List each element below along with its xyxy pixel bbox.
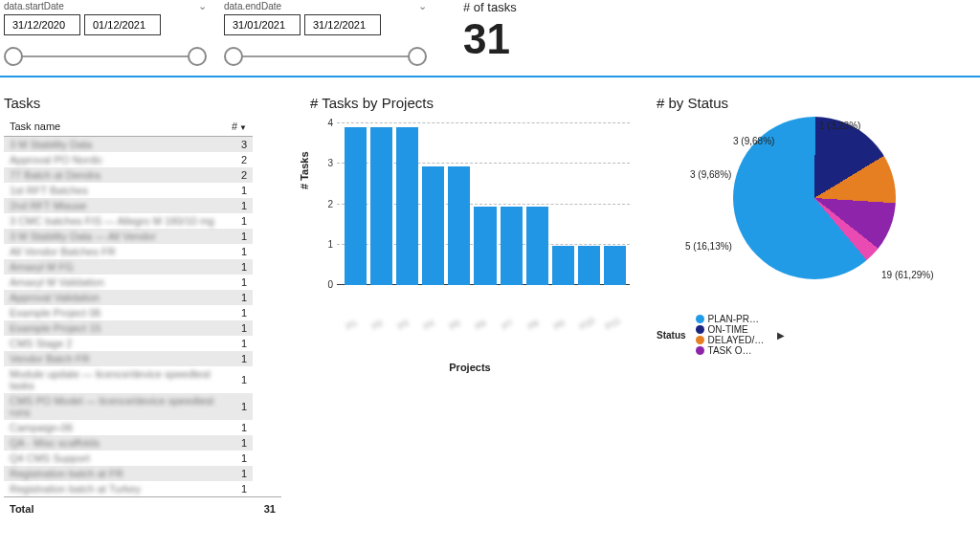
pie-data-label: 1 (3,23%): [819, 121, 860, 131]
task-count-cell: 1: [224, 229, 253, 244]
task-name-cell: Vendor Batch FR: [4, 351, 224, 366]
table-row[interactable]: Approval PO Nordic2: [4, 152, 253, 167]
bar[interactable]: [604, 246, 626, 285]
task-count-cell: 1: [224, 198, 253, 213]
pie-legend: Status PLAN-PR…ON-TIMEDELAYED/…TASK O… ▶: [657, 314, 976, 356]
legend-item[interactable]: PLAN-PR…: [696, 314, 765, 324]
task-count-cell: 1: [224, 420, 253, 435]
legend-label: DELAYED/…: [708, 335, 765, 345]
bar[interactable]: [448, 166, 470, 285]
table-row[interactable]: Q4 CMS Support1: [4, 451, 253, 466]
start-date-slider[interactable]: [4, 47, 207, 66]
table-row[interactable]: All Vendor Batches FR1: [4, 244, 253, 259]
x-tick-label: P3: [396, 312, 420, 331]
task-name-cell: Example Project 06: [4, 305, 224, 320]
legend-title: Status: [657, 330, 686, 341]
table-row[interactable]: 3 M Stability Data3: [4, 137, 253, 152]
bar[interactable]: [578, 246, 600, 285]
table-row[interactable]: Approval Validation1: [4, 290, 253, 305]
table-row[interactable]: Example Project 151: [4, 320, 253, 336]
pie-data-label: 3 (9,68%): [733, 136, 774, 146]
legend-next-icon[interactable]: ▶: [773, 328, 789, 342]
legend-swatch-icon: [696, 346, 704, 355]
task-count-cell: 1: [224, 183, 253, 198]
slider-thumb-left[interactable]: [224, 47, 243, 66]
x-tick-label: P11: [604, 312, 628, 331]
table-row[interactable]: CMS Stage 21: [4, 336, 253, 351]
bar[interactable]: [345, 127, 367, 285]
bar[interactable]: [501, 207, 523, 286]
table-row[interactable]: 3 CMC batches FIS — Allegro M 180/10 mg1: [4, 213, 253, 229]
table-row[interactable]: Vendor Batch FR1: [4, 351, 253, 366]
legend-label: PLAN-PR…: [708, 314, 759, 324]
end-date-slider[interactable]: [224, 47, 427, 66]
task-count-cell: 2: [224, 152, 253, 167]
table-row[interactable]: 1st RFT Batches1: [4, 183, 253, 198]
table-row[interactable]: Amaxyl M FG1: [4, 259, 253, 275]
table-row[interactable]: 77 Batch at Dendra2: [4, 167, 253, 183]
col-task-name[interactable]: Task name: [4, 117, 224, 137]
pie-chart-panel: # by Status 19 (61,29%)5 (16,13%)3 (9,68…: [657, 95, 976, 532]
table-row[interactable]: Example Project 061: [4, 305, 253, 320]
kpi-value: 31: [463, 18, 517, 60]
task-name-cell: All Vendor Batches FR: [4, 244, 224, 259]
task-count-cell: 1: [224, 305, 253, 320]
task-name-cell: Example Project 15: [4, 320, 224, 336]
bar[interactable]: [474, 207, 496, 286]
table-row[interactable]: CMS PO Model — licence/device speedtest …: [4, 393, 253, 420]
table-row[interactable]: QA - Misc scaffolds1: [4, 435, 253, 451]
table-row[interactable]: 3 M Stability Data — All Vendor1: [4, 229, 253, 244]
task-name-cell: 2nd RFT Misuse: [4, 198, 224, 213]
task-name-cell: 3 M Stability Data: [4, 137, 224, 152]
slider-thumb-right[interactable]: [408, 47, 427, 66]
bar[interactable]: [396, 127, 418, 285]
task-name-cell: Registration batch at FR: [4, 466, 224, 481]
legend-label: TASK O…: [708, 345, 752, 356]
task-name-cell: 1st RFT Batches: [4, 183, 224, 198]
task-name-cell: CMS PO Model — licence/device speedtest …: [4, 393, 224, 420]
pie-data-label: 5 (16,13%): [685, 241, 732, 252]
bar[interactable]: [552, 246, 574, 285]
table-row[interactable]: 2nd RFT Misuse1: [4, 198, 253, 213]
slider-track: [234, 55, 417, 57]
task-count-cell: 1: [224, 435, 253, 451]
task-name-cell: CMS Stage 2: [4, 336, 224, 351]
task-name-cell: 77 Batch at Dendra: [4, 167, 224, 183]
table-row[interactable]: Campaign-061: [4, 420, 253, 435]
bar-chart[interactable]: # Tasks 01234 P1P2P3P4P5P6P7P8P9P10P11: [337, 122, 630, 314]
task-name-cell: Registration batch at Turkey: [4, 481, 224, 496]
start-date-from-input[interactable]: [4, 14, 80, 35]
total-label: Total: [4, 497, 253, 521]
bar-chart-title: # Tasks by Projects: [310, 95, 630, 111]
bar-ylabel: # Tasks: [299, 151, 310, 189]
bar[interactable]: [526, 207, 548, 286]
end-date-from-input[interactable]: [224, 14, 301, 35]
table-row[interactable]: Module update — licence/device speedtest…: [4, 366, 253, 393]
task-count-cell: 1: [224, 213, 253, 229]
legend-swatch-icon: [696, 336, 704, 344]
legend-item[interactable]: ON-TIME: [696, 324, 765, 335]
start-date-to-input[interactable]: [84, 14, 161, 35]
legend-item[interactable]: DELAYED/…: [696, 335, 765, 345]
table-row[interactable]: Amaxyl M Validation1: [4, 275, 253, 290]
table-row[interactable]: Registration batch at Turkey1: [4, 481, 253, 496]
chevron-down-icon[interactable]: ⌄: [418, 0, 427, 12]
total-value: 31: [253, 497, 281, 521]
y-tick-label: 1: [320, 238, 333, 249]
table-row[interactable]: Registration batch at FR1: [4, 466, 253, 481]
legend-item[interactable]: TASK O…: [696, 345, 765, 356]
end-date-filter: data.endDate ⌄: [224, 0, 427, 66]
end-date-to-input[interactable]: [304, 14, 381, 35]
x-tick-label: P6: [474, 312, 498, 331]
bar[interactable]: [370, 127, 392, 285]
task-count-cell: 1: [224, 244, 253, 259]
chevron-down-icon[interactable]: ⌄: [198, 0, 207, 12]
col-count[interactable]: #▼: [224, 117, 253, 137]
slider-thumb-left[interactable]: [4, 47, 23, 66]
bar[interactable]: [422, 166, 444, 285]
legend-swatch-icon: [696, 325, 704, 334]
slider-track: [13, 55, 197, 57]
x-tick-label: P1: [345, 312, 368, 331]
slider-thumb-right[interactable]: [188, 47, 207, 66]
tasks-title: Tasks: [4, 95, 281, 111]
